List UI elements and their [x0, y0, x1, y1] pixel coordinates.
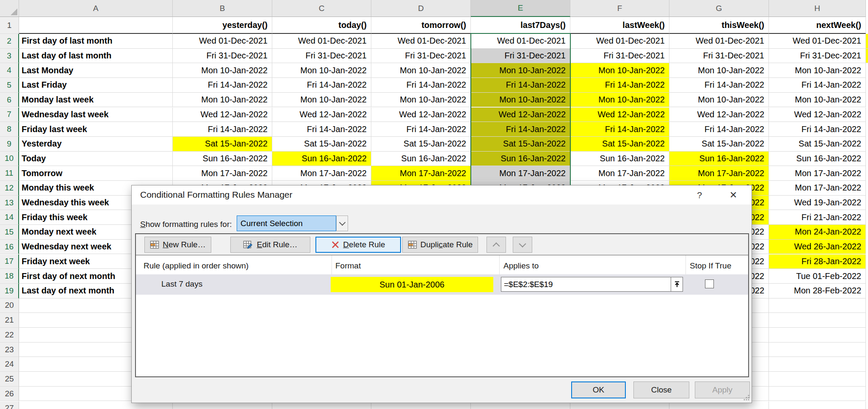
- cell-H3[interactable]: Fri 31-Dec-2021: [769, 49, 866, 64]
- cell-B3[interactable]: Fri 31-Dec-2021: [173, 49, 272, 64]
- cell-B11[interactable]: Mon 17-Jan-2022: [173, 166, 272, 181]
- cell-B4[interactable]: Mon 10-Jan-2022: [173, 63, 272, 78]
- cell-A3[interactable]: Last day of last month: [19, 49, 173, 64]
- column-header-H[interactable]: H: [769, 0, 866, 17]
- cell-H20[interactable]: [769, 298, 866, 313]
- cell-F3[interactable]: Fri 31-Dec-2021: [570, 49, 669, 64]
- edit-rule-button[interactable]: Edit Rule…: [230, 237, 310, 253]
- row-number-27[interactable]: 27: [0, 401, 19, 409]
- cell-B10[interactable]: Sun 16-Jan-2022: [173, 152, 272, 166]
- cell-D1[interactable]: tomorrow(): [371, 17, 471, 34]
- cell-H10[interactable]: Sun 16-Jan-2022: [769, 152, 866, 166]
- cell-H19[interactable]: Mon 28-Feb-2022: [769, 284, 866, 298]
- cell-H14[interactable]: Fri 21-Jan-2022: [769, 210, 866, 225]
- cell-F6[interactable]: Mon 10-Jan-2022: [570, 93, 669, 108]
- cell-E5[interactable]: Fri 14-Jan-2022: [471, 78, 570, 93]
- cell-D2[interactable]: Wed 01-Dec-2021: [371, 34, 471, 49]
- cell-C9[interactable]: Sat 15-Jan-2022: [272, 137, 371, 152]
- cell-A4[interactable]: Last Monday: [19, 63, 173, 78]
- cell-G11[interactable]: Mon 17-Jan-2022: [669, 166, 769, 181]
- column-header-C[interactable]: C: [272, 0, 371, 17]
- cell-C6[interactable]: Mon 10-Jan-2022: [272, 93, 371, 108]
- move-rule-up-button[interactable]: [487, 237, 506, 253]
- cell-F7[interactable]: Wed 12-Jan-2022: [570, 108, 669, 122]
- cell-E1[interactable]: last7Days(): [471, 17, 570, 34]
- cell-H2[interactable]: Wed 01-Dec-2021: [769, 34, 866, 49]
- row-number-18[interactable]: 18: [0, 269, 19, 284]
- cell-B1[interactable]: yesterday(): [173, 17, 272, 34]
- cell-C2[interactable]: Wed 01-Dec-2021: [272, 34, 371, 49]
- duplicate-rule-button[interactable]: Duplicate Rule: [402, 237, 478, 253]
- cell-C3[interactable]: Fri 31-Dec-2021: [272, 49, 371, 64]
- cell-B7[interactable]: Wed 12-Jan-2022: [173, 108, 272, 122]
- cell-H8[interactable]: Fri 14-Jan-2022: [769, 122, 866, 137]
- cell-H21[interactable]: [769, 313, 866, 328]
- row-number-11[interactable]: 11: [0, 166, 19, 181]
- cell-G7[interactable]: Wed 12-Jan-2022: [669, 108, 769, 122]
- cell-H23[interactable]: [769, 343, 866, 357]
- row-number-16[interactable]: 16: [0, 240, 19, 254]
- stop-if-true-checkbox[interactable]: [705, 279, 714, 288]
- close-icon[interactable]: ✕: [725, 188, 741, 202]
- cell-D10[interactable]: Sun 16-Jan-2022: [371, 152, 471, 166]
- row-number-26[interactable]: 26: [0, 387, 19, 401]
- row-number-1[interactable]: 1: [0, 17, 19, 34]
- row-number-3[interactable]: 3: [0, 49, 19, 64]
- applies-to-input[interactable]: [501, 277, 671, 292]
- cell-E2[interactable]: Wed 01-Dec-2021: [471, 34, 570, 49]
- select-all-corner[interactable]: [0, 0, 19, 17]
- cell-B2[interactable]: Wed 01-Dec-2021: [173, 34, 272, 49]
- cell-C4[interactable]: Mon 10-Jan-2022: [272, 63, 371, 78]
- cell-right-edge-3[interactable]: [866, 49, 868, 64]
- cell-D8[interactable]: Fri 14-Jan-2022: [371, 122, 471, 137]
- cell-C8[interactable]: Fri 14-Jan-2022: [272, 122, 371, 137]
- cell-H22[interactable]: [769, 328, 866, 343]
- row-number-17[interactable]: 17: [0, 254, 19, 269]
- row-number-22[interactable]: 22: [0, 328, 19, 343]
- cell-F8[interactable]: Fri 14-Jan-2022: [570, 122, 669, 137]
- row-number-19[interactable]: 19: [0, 284, 19, 298]
- cell-H26[interactable]: [769, 387, 866, 401]
- cell-H6[interactable]: Mon 10-Jan-2022: [769, 93, 866, 108]
- row-number-24[interactable]: 24: [0, 357, 19, 372]
- cell-G5[interactable]: Fri 14-Jan-2022: [669, 78, 769, 93]
- cell-H27[interactable]: [769, 401, 866, 409]
- cell-A11[interactable]: Tomorrow: [19, 166, 173, 181]
- cell-B9[interactable]: Sat 15-Jan-2022: [173, 137, 272, 152]
- cell-E8[interactable]: Fri 14-Jan-2022: [471, 122, 570, 137]
- cell-E11[interactable]: Mon 17-Jan-2022: [471, 166, 570, 181]
- new-rule-button[interactable]: New Rule…: [144, 237, 211, 253]
- cell-A7[interactable]: Wednesday last week: [19, 108, 173, 122]
- row-number-12[interactable]: 12: [0, 181, 19, 196]
- rule-row[interactable]: Last 7 days Sun 01-Jan-2006: [136, 274, 748, 295]
- row-number-21[interactable]: 21: [0, 313, 19, 328]
- row-number-2[interactable]: 2: [0, 34, 19, 49]
- row-number-7[interactable]: 7: [0, 108, 19, 122]
- cell-B8[interactable]: Fri 14-Jan-2022: [173, 122, 272, 137]
- cell-F1[interactable]: lastWeek(): [570, 17, 669, 34]
- cell-F11[interactable]: Mon 17-Jan-2022: [570, 166, 669, 181]
- row-number-4[interactable]: 4: [0, 63, 19, 78]
- cell-G8[interactable]: Fri 14-Jan-2022: [669, 122, 769, 137]
- row-number-13[interactable]: 13: [0, 196, 19, 210]
- row-number-25[interactable]: 25: [0, 372, 19, 387]
- cell-C11[interactable]: Mon 17-Jan-2022: [272, 166, 371, 181]
- cell-H11[interactable]: Mon 17-Jan-2022: [769, 166, 866, 181]
- cell-H25[interactable]: [769, 372, 866, 387]
- cell-E7[interactable]: Wed 12-Jan-2022: [471, 108, 570, 122]
- row-number-5[interactable]: 5: [0, 78, 19, 93]
- resize-grip[interactable]: [743, 394, 750, 401]
- row-number-15[interactable]: 15: [0, 225, 19, 240]
- cell-F9[interactable]: Sat 15-Jan-2022: [570, 137, 669, 152]
- cell-E6[interactable]: Mon 10-Jan-2022: [471, 93, 570, 108]
- cell-right-edge-2[interactable]: [866, 34, 868, 49]
- delete-rule-button[interactable]: Delete Rule: [315, 237, 401, 253]
- cell-A10[interactable]: Today: [19, 152, 173, 166]
- cell-H16[interactable]: Wed 26-Jan-2022: [769, 240, 866, 254]
- cell-G10[interactable]: Sun 16-Jan-2022: [669, 152, 769, 166]
- cell-B5[interactable]: Fri 14-Jan-2022: [173, 78, 272, 93]
- close-button[interactable]: Close: [633, 381, 689, 398]
- cell-C7[interactable]: Wed 12-Jan-2022: [272, 108, 371, 122]
- cell-D11[interactable]: Mon 17-Jan-2022: [371, 166, 471, 181]
- cell-G2[interactable]: Wed 01-Dec-2021: [669, 34, 769, 49]
